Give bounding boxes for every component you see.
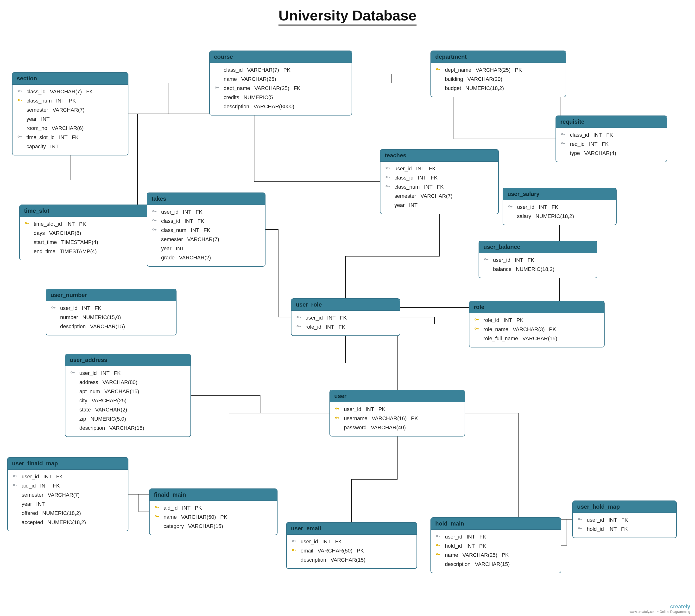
table-header: department (431, 51, 565, 63)
svg-point-69 (153, 220, 154, 221)
field-type: VARCHAR(8000) (253, 103, 294, 110)
field-row: category VARCHAR(15) (153, 522, 274, 531)
field-type: INT (41, 116, 50, 122)
svg-rect-148 (295, 550, 296, 551)
svg-rect-47 (389, 177, 389, 178)
svg-point-74 (153, 229, 154, 230)
svg-rect-142 (295, 541, 295, 542)
svg-point-134 (155, 507, 156, 507)
field-type: VARCHAR(2) (179, 254, 211, 261)
field-keyflag: FK (95, 305, 101, 311)
svg-rect-16 (217, 87, 219, 88)
svg-rect-107 (73, 372, 74, 373)
field-row: offered NUMERIC(18,2) (11, 509, 124, 518)
table-body: user_id INT FK number NUMERIC(15,0) desc… (46, 301, 176, 335)
svg-rect-7 (21, 100, 21, 101)
field-keyflag: FK (340, 315, 347, 321)
field-type: NUMERIC(15,0) (83, 314, 121, 320)
field-type: VARCHAR(2) (95, 407, 127, 413)
svg-rect-36 (27, 223, 29, 223)
field-name: role_id (305, 324, 321, 330)
field-type: INT (515, 257, 523, 263)
fk-key-icon (17, 89, 22, 94)
field-row: class_num INT PK (16, 96, 124, 105)
svg-point-19 (216, 87, 216, 88)
field-type: VARCHAR(20) (468, 76, 502, 82)
field-row: capacity INT (16, 142, 124, 151)
field-row: balance NUMERIC(18,2) (482, 265, 594, 274)
table-header: user_hold_map (573, 501, 676, 513)
fk-key-icon (12, 483, 17, 488)
svg-rect-126 (14, 485, 17, 485)
field-type: VARCHAR(8) (49, 230, 81, 236)
fk-key-icon (12, 474, 17, 479)
fk-key-icon (577, 527, 582, 532)
svg-point-24 (437, 69, 438, 69)
table-header: user_number (46, 289, 176, 301)
field-keyflag: FK (198, 218, 204, 224)
field-type: INT (504, 317, 512, 323)
fk-key-icon (507, 204, 513, 210)
field-type: NUMERIC(18,2) (536, 213, 574, 219)
field-type: VARCHAR(15) (104, 388, 139, 395)
field-type: INT (608, 526, 616, 532)
svg-rect-48 (389, 177, 390, 178)
field-keyflag: FK (528, 257, 535, 263)
page-title: University Database (0, 7, 695, 24)
field-type: NUMERIC(18,2) (516, 266, 554, 272)
svg-point-49 (386, 177, 387, 177)
table-body: class_id VARCHAR(7) FK class_num INT PK … (13, 85, 128, 155)
field-keyflag: PK (479, 543, 486, 549)
field-row: req_id INT FK (559, 139, 663, 149)
field-name: username (344, 415, 368, 421)
field-type: VARCHAR(7) (247, 67, 279, 73)
field-name: city (79, 398, 87, 404)
table-time_slot: time_slot time_slot_id INT PK days VARCH… (19, 204, 155, 260)
field-keyflag: FK (606, 132, 613, 138)
svg-rect-66 (154, 220, 156, 221)
table-body: user_id INT FK balance NUMERIC(18,2) (479, 253, 597, 278)
svg-rect-1 (19, 91, 21, 91)
field-type: INT (466, 543, 475, 549)
field-keyflag: FK (53, 483, 60, 489)
svg-point-124 (14, 476, 14, 476)
table-body: class_id INT FK req_id INT FK type VARCH… (556, 128, 667, 162)
svg-point-89 (297, 317, 298, 317)
field-row: class_num INT FK (151, 226, 262, 235)
field-row: class_id INT FK (559, 130, 663, 139)
svg-point-84 (52, 307, 53, 308)
svg-rect-73 (156, 229, 156, 230)
svg-point-159 (437, 545, 438, 546)
svg-rect-172 (581, 528, 581, 529)
field-keyflag: PK (79, 221, 86, 227)
field-keyflag: PK (220, 514, 227, 520)
svg-rect-62 (155, 211, 156, 212)
field-row: grade VARCHAR(2) (151, 253, 262, 262)
svg-rect-83 (55, 307, 55, 308)
field-name: class_num (161, 227, 186, 233)
field-row: time_slot_id INT FK (16, 133, 124, 142)
field-name: password (344, 424, 367, 431)
field-name: semester (22, 492, 43, 498)
field-type: VARCHAR(25) (254, 85, 289, 91)
svg-rect-136 (156, 516, 158, 517)
table-body: dept_name VARCHAR(25) PK building VARCHA… (431, 63, 565, 97)
table-takes: takes user_id INT FK class_id INT FK (147, 193, 266, 267)
field-type: INT (50, 144, 59, 150)
field-name: user_id (305, 315, 323, 321)
svg-rect-92 (300, 326, 300, 327)
field-type: VARCHAR(7) (187, 236, 219, 243)
svg-point-99 (475, 319, 476, 320)
table-user_email: user_email user_id INT FK email VARCHAR(… (286, 522, 417, 569)
field-type: VARCHAR(50) (318, 548, 353, 554)
table-user_role: user_role user_id INT FK role_id INT FK (291, 298, 400, 336)
svg-rect-6 (19, 100, 21, 100)
field-row: zip NUMERIC(5,0) (69, 414, 187, 423)
svg-rect-146 (293, 550, 295, 550)
svg-point-79 (485, 259, 486, 260)
svg-rect-118 (339, 417, 339, 418)
svg-rect-72 (155, 229, 156, 231)
svg-point-14 (18, 136, 19, 137)
field-keyflag: PK (195, 505, 202, 511)
field-keyflag: PK (515, 67, 522, 73)
